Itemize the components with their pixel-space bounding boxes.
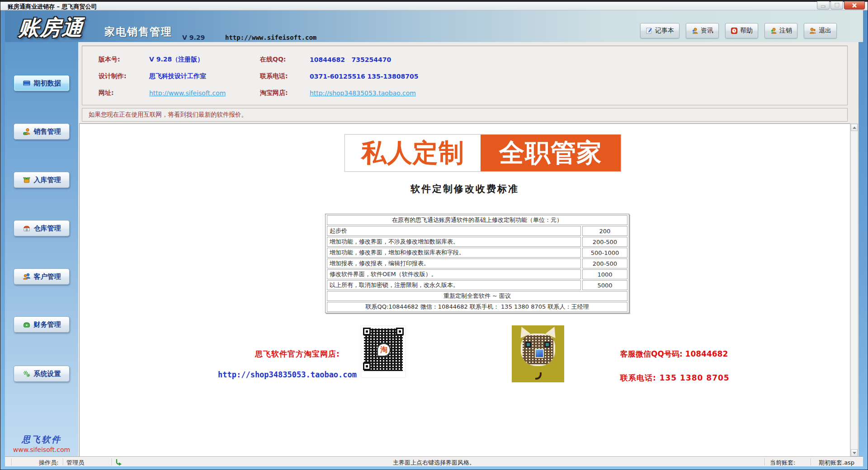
sidebar-item-settings[interactable]: 系统设置 <box>14 366 70 382</box>
warehouse-icon <box>23 224 31 232</box>
designer-label: 设计制作: <box>99 72 149 80</box>
scroll-up-button[interactable] <box>851 124 858 131</box>
sidebar-item-label: 仓库管理 <box>34 224 61 233</box>
app-version: V 9.29 <box>182 34 205 41</box>
triangle-down-icon <box>853 452 856 454</box>
price-table: 在原有的思飞通达账房通软件的基础上修改定制功能（单位：元） 起步价200 增加功… <box>325 214 629 313</box>
table-row: 以上所有，取消加密锁，注册限制，改永久版本。5000 <box>327 280 627 290</box>
website-label: 网址: <box>99 89 149 97</box>
header-toolbar: 记事本 资讯 帮助 注销 退出 <box>640 23 837 38</box>
taobao-shop-link[interactable]: http://shop34835053.taobao.com <box>310 89 416 97</box>
cat-eye-icon <box>544 342 550 348</box>
tmall-cat-qr-code <box>512 325 564 382</box>
exit-button[interactable]: 退出 <box>804 23 837 38</box>
table-row: 起步价200 <box>327 226 627 236</box>
table-row: 修改软件界面，软件OEM（软件改版）。1000 <box>327 269 627 279</box>
statusbar: 操作员: 管理员 主界面上点右键选择界面风格。 当前账套: 期初账套.asp <box>5 457 863 466</box>
help-icon <box>731 27 738 34</box>
app-window: 账房通商业进销存 – 思飞商贸公司 账房通 家电销售管理 V 9.29 http… <box>0 0 868 470</box>
sidebar-item-inbound[interactable]: 入库管理 <box>14 172 70 188</box>
scroll-down-button[interactable] <box>851 449 858 456</box>
minimize-icon <box>821 3 826 8</box>
table-row: 增加功能，修改界面，增加和修改数据库表和字段。500-1000 <box>327 248 627 258</box>
notice-bar: 如果您现在正在使用互联网，将看到我们最新的软件报价。 <box>82 108 848 122</box>
table-row: 增加报表，修改报表，编辑打印报表。200-500 <box>327 258 627 268</box>
table-footer-contact: 联系QQ:10844682 微信：10844682 联系手机： 135 1380… <box>327 302 627 312</box>
sidebar-item-sales[interactable]: 销售管理 <box>14 123 70 140</box>
taobao-shop-label: 淘宝网店: <box>260 89 310 97</box>
finance-icon <box>23 320 31 329</box>
news-button-label: 资讯 <box>701 27 713 35</box>
table-header-cell: 在原有的思飞通达账房通软件的基础上修改定制功能（单位：元） <box>327 215 627 225</box>
sidebar-brand: 思飞软件 www.sifeisoft.com <box>5 434 78 453</box>
minimize-button[interactable] <box>817 1 830 9</box>
close-icon <box>852 3 857 8</box>
notice-text: 如果您现在正在使用互联网，将看到我们最新的软件报价。 <box>89 111 247 119</box>
pricing-title: 软件定制修改收费标准 <box>80 183 850 195</box>
sidebar-item-opening-data[interactable]: 期初数据 <box>14 75 70 91</box>
notepad-button-label: 记事本 <box>655 27 674 35</box>
account-value: 期初账套.asp <box>819 459 854 467</box>
vertical-scrollbar[interactable] <box>850 123 858 457</box>
statusbar-separator <box>811 458 811 465</box>
logout-button[interactable]: 注销 <box>764 23 797 38</box>
statusbar-separator <box>764 458 765 465</box>
brand-url: www.sifeisoft.com <box>5 446 78 453</box>
inbound-box-icon <box>23 176 31 184</box>
cat-tail-icon <box>535 372 542 380</box>
sidebar-item-label: 入库管理 <box>34 176 61 184</box>
logout-icon <box>770 27 777 34</box>
news-button[interactable]: 资讯 <box>686 23 719 38</box>
help-button[interactable]: 帮助 <box>725 23 758 38</box>
banner-right-text: 全职管家 <box>481 135 621 171</box>
designer-value: 思飞科技设计工作室 <box>149 72 260 80</box>
sidebar-item-finance[interactable]: 财务管理 <box>14 316 70 333</box>
notepad-icon <box>646 27 653 34</box>
maximize-icon <box>835 3 840 8</box>
help-button-label: 帮助 <box>740 27 753 35</box>
maximize-button[interactable] <box>830 1 843 9</box>
exit-button-label: 退出 <box>819 27 831 35</box>
sidebar: 期初数据 销售管理 入库管理 仓库管理 客户管理 财务管理 系统设置 思飞软件 <box>5 42 78 458</box>
account-label: 当前账套: <box>770 459 795 467</box>
triangle-up-icon <box>853 127 856 129</box>
qr-finder-icon <box>363 362 371 370</box>
news-icon <box>691 27 698 34</box>
customers-icon <box>23 273 31 281</box>
sidebar-item-warehouse[interactable]: 仓库管理 <box>14 220 70 236</box>
sidebar-item-label: 系统设置 <box>34 370 61 378</box>
contact-phone-text: 联系电话: 135 1380 8705 <box>620 373 730 383</box>
service-qq-text: 客服微信QQ号码: 10844682 <box>620 349 728 359</box>
titlebar[interactable]: 账房通商业进销存 – 思飞商贸公司 <box>0 0 868 10</box>
qq-label: 在线QQ: <box>260 56 310 64</box>
qr-finder-icon <box>363 328 371 335</box>
sidebar-item-label: 期初数据 <box>34 79 61 88</box>
close-button[interactable] <box>844 1 865 9</box>
taobao-qr-code: 淘 <box>361 325 406 378</box>
sidebar-item-label: 销售管理 <box>34 127 61 136</box>
app-name: 家电销售管理 <box>104 25 172 39</box>
website-link[interactable]: http://www.sifeisoft.com <box>149 89 226 97</box>
app-logo: 账房通 <box>18 14 85 42</box>
brand-name: 思飞软件 <box>5 434 78 446</box>
table-row: 增加功能，修改界面，不涉及修改增加数据库表。200-500 <box>327 237 627 247</box>
phone-label: 联系电话: <box>260 72 310 80</box>
taobao-logo-icon: 淘 <box>377 343 391 357</box>
sidebar-item-label: 财务管理 <box>34 320 61 329</box>
phone-value: 0371-60125516 135-13808705 <box>310 73 419 80</box>
sales-person-icon <box>23 127 31 136</box>
version-value: V 9.28（注册版） <box>149 56 260 64</box>
taobao-store-url: http://shop34835053.taobao.com <box>218 370 357 379</box>
gears-icon <box>23 370 31 378</box>
window-controls <box>816 1 865 9</box>
sidebar-item-customers[interactable]: 客户管理 <box>14 268 70 285</box>
notepad-button[interactable]: 记事本 <box>640 23 679 38</box>
main-region: 版本号: V 9.28（注册版） 在线QQ: 10844682 73525447… <box>78 42 859 458</box>
info-panel: 版本号: V 9.28（注册版） 在线QQ: 10844682 73525447… <box>82 46 848 105</box>
info-row-designer: 设计制作: 思飞科技设计工作室 联系电话: 0371-60125516 135-… <box>99 68 847 85</box>
app-website: http://www.sifeisoft.com <box>225 34 316 41</box>
banner-left-text: 私人定制 <box>345 135 481 171</box>
qq-value: 10844682 735254470 <box>310 56 391 63</box>
table-footer-negotiable: 重新定制全套软件 ~ 面议 <box>327 291 627 301</box>
cat-eye-icon <box>525 342 531 348</box>
